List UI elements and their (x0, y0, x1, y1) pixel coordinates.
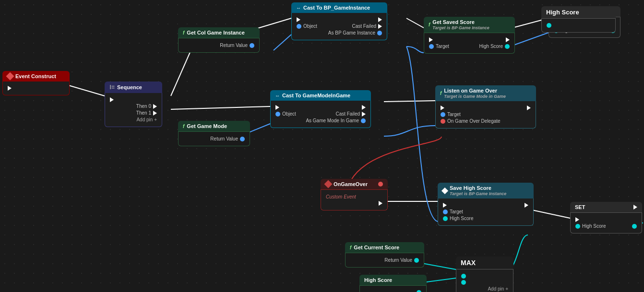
set2-exec-out (633, 205, 637, 210)
get-saved-subtitle: Target is BP Game Instance (432, 25, 489, 30)
on-game-over-node: OnGameOver Custom Event (321, 179, 388, 210)
cast-gm-body: Object Cast Failed As Game Mode In Game (270, 101, 371, 128)
high-score-bottom-node: High Score (359, 275, 427, 292)
max-addpin-label[interactable]: Add pin + (488, 286, 508, 292)
svg-line-10 (513, 33, 549, 46)
event-diamond-icon (6, 72, 14, 81)
listen-target-row: Target (441, 112, 501, 117)
cast-gm-obj-label: Object (282, 111, 296, 117)
get-cs-return-row: Return Value (350, 257, 419, 263)
save-hs-target-pin (443, 210, 448, 214)
func-icon5: f (350, 245, 351, 250)
max-addpin-row[interactable]: Add pin + (461, 286, 508, 292)
get-col-game-instance-node: f Get Col Game Instance Return Value (178, 27, 260, 53)
save-hs-target-label: Target (450, 209, 463, 214)
get-gm-return-label: Return Value (210, 136, 238, 141)
get-saved-hs-label: High Score (479, 44, 503, 49)
event-construct-node: Event Construct (2, 71, 70, 95)
cast-gm-failed-row: Cast Failed (306, 111, 366, 117)
on-game-over-header: OnGameOver (321, 179, 388, 190)
get-gm-return-pin (240, 137, 245, 141)
hs-bottom-header: High Score (359, 275, 427, 286)
save-hs-hs-pin (443, 216, 448, 221)
get-gm-return-row: Return Value (183, 136, 245, 141)
get-cs-return-label: Return Value (384, 257, 412, 263)
seq-addpin-label[interactable]: Add pin + (136, 117, 157, 122)
on-game-over-exec-pin (379, 201, 382, 206)
cast-gm-failed-pin (362, 112, 366, 117)
high-score-top-node: High Score (541, 6, 616, 33)
cast-gm-header: ↔ Cast To GameModeInGame (270, 90, 371, 101)
sequence-label: Sequence (117, 84, 142, 90)
save-high-score-node: Save High Score Target is BP Game Instan… (438, 183, 534, 226)
cast-bp-exec-in (297, 17, 300, 22)
hs-top-pin (547, 23, 551, 28)
seq-then0-row: Then 0 (110, 104, 157, 109)
max-label: MAX (461, 259, 476, 267)
cast-bp-obj-row: Object (297, 23, 317, 29)
save-hs-body: Target High Score (438, 199, 534, 226)
get-saved-hs-row: High Score (479, 44, 510, 49)
cast-gm-exec-out-pin (362, 105, 366, 110)
listen-exec-in-pin (441, 105, 444, 110)
hs-bottom-body (359, 286, 427, 292)
listen-body: Target On Game Over Delegate (435, 101, 536, 128)
get-col-body: Return Value (178, 38, 260, 53)
cast-bp-failed-label: Cast Failed (352, 23, 376, 29)
get-current-score-node: f Get Current Score Return Value (345, 242, 424, 268)
get-saved-target-pin (429, 44, 434, 49)
seq-then1-label: Then 1 (136, 110, 151, 116)
set2-exec-in-pin (575, 217, 579, 222)
hs-top-header: High Score (541, 6, 616, 19)
event-construct-body (2, 82, 70, 95)
svg-line-0 (69, 85, 105, 96)
save-hs-exec-out-pin (525, 203, 528, 208)
connections-layer (0, 0, 644, 292)
listen-header: f Listen on Game Over Target is Game Mod… (435, 85, 536, 101)
listen-delegate-row: On Game Over Delegate (441, 118, 501, 124)
on-game-over-body: Custom Event (321, 190, 388, 210)
sequence-node: ⁞= Sequence Then 0 Then 1 Add pin + (105, 82, 162, 127)
event-construct-header: Event Construct (2, 71, 70, 82)
save-hs-diamond (441, 187, 448, 194)
save-hs-exec-in-pin (443, 203, 447, 208)
get-col-return-pin (250, 43, 254, 48)
set2-body: High Score (570, 213, 642, 234)
get-saved-exec-in (429, 37, 449, 42)
sequence-header: ⁞= Sequence (105, 82, 162, 93)
get-col-header: f Get Col Game Instance (178, 27, 260, 38)
get-gm-label: Get Game Mode (187, 123, 227, 129)
set2-exec-in (575, 217, 637, 222)
cast-bp-body: Object Cast Failed As BP Game Instance (291, 13, 387, 40)
save-hs-hs-label: High Score (450, 216, 473, 221)
svg-line-3 (171, 106, 270, 109)
svg-line-9 (274, 35, 291, 50)
seq-exec-in-row (110, 97, 157, 102)
listen-exec-in (441, 105, 501, 110)
hs-bottom-label: High Score (364, 277, 392, 283)
listen-delegate-pin (441, 119, 445, 124)
save-hs-exec-in (443, 203, 473, 208)
cast-bp-failed-pin (378, 24, 382, 29)
get-saved-score-node: f Get Saved Score Target is BP Game Inst… (424, 17, 515, 54)
seq-then0-pin (153, 104, 157, 109)
get-cs-label: Get Current Score (354, 245, 399, 250)
func-icon3: f (183, 124, 184, 129)
exec-out-pin (8, 86, 12, 91)
hs-bottom-pin-row (365, 290, 421, 292)
hs-top-body (541, 19, 616, 33)
max-in2-row (461, 280, 508, 285)
func-icon4: f (440, 91, 441, 96)
set-node-2: SET High Score (570, 202, 642, 234)
get-saved-hs-pin (505, 44, 510, 49)
cast-bp-failed-row: Cast Failed (328, 23, 382, 29)
get-col-label: Get Col Game Instance (187, 30, 244, 35)
seq-addpin-row[interactable]: Add pin + (110, 117, 157, 122)
event-exec-out-row (8, 86, 64, 91)
on-game-over-label: OnGameOver (334, 181, 368, 187)
max-node: MAX Add pin + (456, 257, 513, 292)
get-col-return-label: Return Value (220, 43, 248, 48)
get-col-return-row: Return Value (183, 43, 254, 48)
max-in2-pin (461, 280, 466, 285)
listen-target-pin (441, 112, 445, 117)
